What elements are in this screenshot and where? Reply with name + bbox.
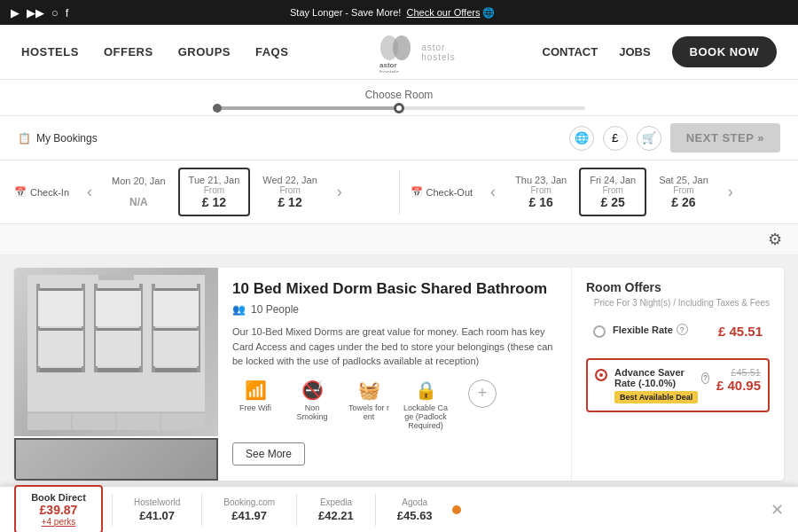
book-direct[interactable]: Book Direct £39.87 +4 perks [14, 485, 103, 532]
amenity-towels: 🧺 Towels for r ent [346, 379, 392, 430]
room-capacity: 👥 10 People [232, 303, 557, 316]
nav-faqs[interactable]: FAQS [255, 45, 288, 59]
booking-bar-right: 🌐 £ 🛒 NEXT STEP » [569, 123, 780, 153]
checkin-next[interactable]: › [330, 183, 349, 201]
svg-point-1 [393, 35, 411, 60]
advance-saver-radio[interactable] [595, 369, 607, 381]
people-icon: 👥 [232, 303, 246, 316]
flexible-rate-info[interactable]: ? [677, 324, 688, 335]
flexible-rate-radio[interactable] [593, 325, 606, 338]
svg-rect-16 [96, 331, 141, 366]
bookings-icon: 📋 [18, 132, 31, 145]
promo-text: Stay Longer - Save More! Check our Offer… [68, 7, 716, 19]
checkin-section: 📅 Check-In ‹ Mon 20, Jan N/A Tue 21, Jan… [14, 168, 388, 216]
svg-rect-33 [153, 291, 199, 326]
book-now-button[interactable]: BOOK NOW [672, 36, 777, 67]
checkout-date-2[interactable]: Sat 25, Jan From £ 26 [650, 169, 717, 215]
svg-text:astor: astor [379, 61, 397, 69]
currency-selector[interactable]: £ [603, 126, 628, 151]
social-icons: ▶ ▶▶ ○ f [11, 6, 68, 20]
nav-hostels[interactable]: HOSTELS [21, 45, 79, 59]
calendar-icon-checkin: 📅 [14, 186, 27, 198]
svg-rect-6 [98, 275, 134, 280]
svg-rect-25 [38, 291, 83, 326]
price-divider-2 [296, 494, 297, 526]
competitor-expedia: Expedia £42.21 [306, 497, 366, 522]
amenity-nosmoking: 🚭 Non Smoking [289, 379, 335, 430]
svg-rect-13 [94, 368, 143, 372]
checkout-prev[interactable]: ‹ [483, 183, 503, 201]
logo-text-astor: astor [421, 43, 456, 52]
see-more-button[interactable]: See More [232, 442, 305, 466]
checkin-date-2[interactable]: Wed 22, Jan From £ 12 [254, 169, 326, 215]
amenity-wifi: 📶 Free Wifi [232, 379, 278, 430]
flexible-rate-details: Flexible Rate ? [613, 324, 711, 335]
checkout-date-1[interactable]: Fri 24, Jan From £ 25 [579, 168, 646, 216]
nav-groups[interactable]: GROUPS [178, 45, 231, 59]
nav-contact[interactable]: CONTACT [543, 45, 598, 59]
flexible-rate-option[interactable]: Flexible Rate ? £ 45.51 [586, 317, 770, 346]
calendar-icon-checkout: 📅 [411, 186, 423, 198]
offers-title: Room Offers [586, 280, 770, 294]
room-info: 10 Bed Mixed Dorm Basic Shared Bathroom … [218, 268, 571, 481]
close-price-bar[interactable]: ✕ [771, 500, 784, 520]
price-divider-3 [375, 494, 376, 526]
flexible-rate-price: £ 45.51 [718, 324, 763, 339]
nav-right: CONTACT JOBS BOOK NOW [543, 36, 777, 67]
locker-icon: 🔒 [415, 379, 437, 401]
date-divider [399, 170, 400, 215]
amenities-list: 📶 Free Wifi 🚭 Non Smoking 🧺 Towels for r… [232, 379, 557, 430]
spotify-icon[interactable]: ○ [51, 6, 59, 20]
room-thumbnails [14, 438, 218, 481]
svg-text:hostels: hostels [379, 69, 400, 73]
orange-dot-indicator [452, 505, 461, 514]
advance-saver-old-price: £45.51 [716, 367, 761, 378]
checkin-prev[interactable]: ‹ [80, 183, 99, 201]
checkin-label: 📅 Check-In [14, 186, 69, 198]
room-main-image [14, 268, 218, 436]
nav-left: HOSTELS OFFERS GROUPS FAQS [21, 45, 288, 59]
youtube-icon[interactable]: ▶▶ [27, 6, 44, 20]
nav-offers[interactable]: OFFERS [104, 45, 153, 59]
advance-saver-info[interactable]: ? [701, 372, 709, 384]
checkin-date-0[interactable]: Mon 20, Jan N/A [103, 170, 175, 214]
advance-saver-price: £ 40.95 [716, 378, 761, 393]
promo-link[interactable]: Check our Offers [406, 7, 480, 18]
svg-rect-18 [152, 368, 200, 372]
filter-icon[interactable]: ⚙ [768, 230, 782, 249]
checkout-next[interactable]: › [721, 183, 740, 201]
book-direct-label: Book Direct [31, 492, 86, 503]
cart-icon[interactable]: 🛒 [637, 126, 661, 151]
towel-icon: 🧺 [358, 379, 380, 401]
best-deal-badge: Best Available Deal [614, 391, 698, 403]
price-divider-0 [112, 494, 113, 526]
book-direct-perks[interactable]: +4 perks [42, 517, 76, 527]
checkout-date-0[interactable]: Thu 23, Jan From £ 16 [506, 169, 575, 215]
svg-rect-8 [36, 368, 85, 372]
book-direct-price: £39.87 [40, 503, 78, 517]
svg-rect-11 [38, 331, 83, 366]
checkout-label: 📅 Check-Out [411, 186, 473, 198]
price-comparison-bar: Book Direct £39.87 +4 perks Hostelworld … [0, 486, 798, 532]
checkin-date-1[interactable]: Tue 21, Jan From £ 12 [178, 168, 251, 216]
next-step-button[interactable]: NEXT STEP » [670, 123, 780, 153]
date-bar: 📅 Check-In ‹ Mon 20, Jan N/A Tue 21, Jan… [0, 160, 798, 224]
room-thumb-0[interactable] [14, 438, 218, 481]
room-description: Our 10-Bed Mixed Dorms are great value f… [232, 325, 557, 369]
logo: astor hostels astor hostels [375, 32, 456, 73]
nav-jobs[interactable]: JOBS [619, 45, 650, 59]
svg-rect-21 [153, 331, 199, 366]
tiktok-icon[interactable]: ▶ [11, 6, 20, 20]
amenity-more[interactable]: + [459, 379, 505, 430]
bunk-bed-illustration [27, 275, 205, 430]
advance-saver-rate-option[interactable]: Advance Saver Rate (-10.0%) ? Best Avail… [586, 358, 770, 412]
logo-icon: astor hostels [375, 32, 416, 73]
my-bookings[interactable]: 📋 My Bookings [18, 132, 98, 145]
step-dot-start [213, 104, 222, 113]
amenity-locker: 🔒 Lockable Ca ge (Padlock Required) [403, 379, 449, 430]
room-offers: Room Offers Price For 3 Night(s) / Inclu… [571, 268, 784, 481]
more-amenities-icon[interactable]: + [468, 379, 497, 408]
nosmoking-icon: 🚭 [301, 379, 324, 401]
language-selector[interactable]: 🌐 [569, 126, 594, 151]
step-fill [213, 106, 399, 110]
